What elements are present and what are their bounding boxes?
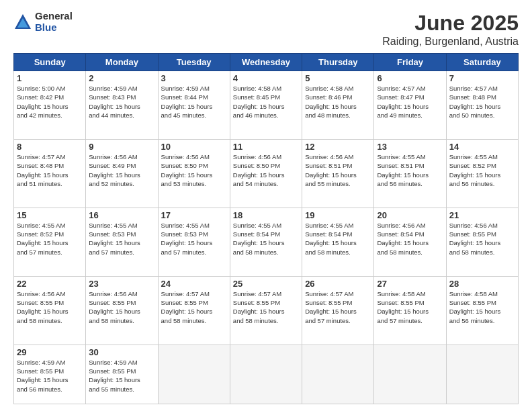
day-number: 16 — [89, 210, 154, 220]
table-row — [158, 345, 230, 404]
table-row: 13 Sunrise: 4:55 AM Sunset: 8:51 PM Dayl… — [374, 139, 446, 208]
table-row: 6 Sunrise: 4:57 AM Sunset: 8:47 PM Dayli… — [374, 71, 446, 140]
daylight-label: Daylight: 15 hours — [377, 239, 429, 246]
table-row: 4 Sunrise: 4:58 AM Sunset: 8:45 PM Dayli… — [230, 71, 302, 140]
table-row: 29 Sunrise: 4:59 AM Sunset: 8:55 PM Dayl… — [14, 345, 86, 404]
day-info: Sunrise: 4:56 AM Sunset: 8:51 PM Dayligh… — [305, 152, 371, 188]
daylight-minutes: and 57 minutes. — [161, 248, 207, 256]
day-number: 27 — [377, 279, 443, 289]
daylight-label: Daylight: 15 hours — [233, 239, 285, 246]
sunset-label: Sunset: 8:48 PM — [17, 162, 64, 169]
day-number: 19 — [305, 210, 371, 220]
sunset-label: Sunset: 8:55 PM — [17, 299, 64, 306]
day-info: Sunrise: 4:57 AM Sunset: 8:55 PM Dayligh… — [161, 289, 227, 325]
daylight-minutes: and 58 minutes. — [305, 248, 351, 256]
daylight-label: Daylight: 15 hours — [89, 308, 140, 315]
table-row: 7 Sunrise: 4:57 AM Sunset: 8:48 PM Dayli… — [446, 71, 518, 140]
sunrise-label: Sunrise: 4:57 AM — [305, 290, 353, 298]
sunrise-label: Sunrise: 4:55 AM — [305, 222, 353, 229]
calendar-week-4: 22 Sunrise: 4:56 AM Sunset: 8:55 PM Dayl… — [14, 276, 519, 345]
day-number: 3 — [161, 73, 227, 83]
daylight-minutes: and 45 minutes. — [161, 111, 207, 119]
sunset-label: Sunset: 8:52 PM — [17, 230, 64, 238]
daylight-minutes: and 56 minutes. — [377, 180, 423, 187]
daylight-label: Daylight: 15 hours — [233, 171, 285, 179]
daylight-minutes: and 55 minutes. — [305, 180, 351, 187]
table-row: 16 Sunrise: 4:55 AM Sunset: 8:53 PM Dayl… — [86, 208, 158, 276]
daylight-minutes: and 58 minutes. — [377, 248, 423, 256]
daylight-minutes: and 58 minutes. — [449, 248, 495, 256]
day-info: Sunrise: 4:58 AM Sunset: 8:45 PM Dayligh… — [233, 84, 299, 120]
daylight-minutes: and 57 minutes. — [89, 248, 134, 256]
sunrise-label: Sunrise: 5:00 AM — [17, 85, 65, 92]
logo-text: General Blue — [35, 11, 73, 33]
daylight-label: Daylight: 15 hours — [17, 376, 69, 383]
day-number: 18 — [233, 210, 299, 220]
sunset-label: Sunset: 8:55 PM — [17, 367, 64, 375]
sunset-label: Sunset: 8:45 PM — [233, 93, 280, 101]
day-number: 26 — [305, 279, 371, 289]
sunrise-label: Sunrise: 4:59 AM — [89, 85, 137, 92]
sunrise-label: Sunrise: 4:56 AM — [161, 153, 210, 161]
daylight-minutes: and 44 minutes. — [89, 111, 134, 119]
daylight-label: Daylight: 15 hours — [89, 376, 140, 383]
daylight-label: Daylight: 15 hours — [305, 171, 357, 179]
sunset-label: Sunset: 8:46 PM — [305, 93, 352, 101]
daylight-minutes: and 56 minutes. — [17, 385, 62, 393]
table-row: 28 Sunrise: 4:58 AM Sunset: 8:55 PM Dayl… — [446, 276, 518, 345]
day-info: Sunrise: 5:00 AM Sunset: 8:42 PM Dayligh… — [17, 84, 83, 120]
logo: General Blue — [13, 11, 73, 33]
daylight-label: Daylight: 15 hours — [377, 103, 429, 110]
day-number: 20 — [377, 210, 443, 220]
day-info: Sunrise: 4:56 AM Sunset: 8:49 PM Dayligh… — [89, 152, 154, 188]
table-row: 3 Sunrise: 4:59 AM Sunset: 8:44 PM Dayli… — [158, 71, 230, 140]
daylight-label: Daylight: 15 hours — [449, 171, 501, 179]
table-row: 15 Sunrise: 4:55 AM Sunset: 8:52 PM Dayl… — [14, 208, 86, 276]
daylight-minutes: and 42 minutes. — [17, 111, 62, 119]
sunset-label: Sunset: 8:47 PM — [377, 93, 424, 101]
table-row: 26 Sunrise: 4:57 AM Sunset: 8:55 PM Dayl… — [302, 276, 374, 345]
sunrise-label: Sunrise: 4:58 AM — [305, 85, 353, 92]
table-row — [446, 345, 518, 404]
day-info: Sunrise: 4:56 AM Sunset: 8:50 PM Dayligh… — [233, 152, 299, 188]
calendar-week-5: 29 Sunrise: 4:59 AM Sunset: 8:55 PM Dayl… — [14, 345, 519, 404]
daylight-label: Daylight: 15 hours — [89, 103, 140, 110]
sunset-label: Sunset: 8:55 PM — [377, 299, 424, 306]
sunrise-label: Sunrise: 4:59 AM — [89, 359, 137, 366]
sunrise-label: Sunrise: 4:56 AM — [449, 222, 498, 229]
day-number: 23 — [89, 279, 154, 289]
sunset-label: Sunset: 8:55 PM — [449, 230, 496, 238]
table-row: 30 Sunrise: 4:59 AM Sunset: 8:55 PM Dayl… — [86, 345, 158, 404]
day-info: Sunrise: 4:56 AM Sunset: 8:55 PM Dayligh… — [89, 289, 154, 325]
sunset-label: Sunset: 8:54 PM — [305, 230, 352, 238]
table-row: 19 Sunrise: 4:55 AM Sunset: 8:54 PM Dayl… — [302, 208, 374, 276]
calendar-week-2: 8 Sunrise: 4:57 AM Sunset: 8:48 PM Dayli… — [14, 139, 519, 208]
daylight-label: Daylight: 15 hours — [161, 239, 213, 246]
sunrise-label: Sunrise: 4:55 AM — [233, 222, 281, 229]
daylight-minutes: and 51 minutes. — [17, 180, 62, 187]
day-info: Sunrise: 4:59 AM Sunset: 8:44 PM Dayligh… — [161, 84, 227, 120]
month-title: June 2025 — [382, 11, 519, 36]
daylight-minutes: and 55 minutes. — [89, 385, 134, 393]
table-row: 12 Sunrise: 4:56 AM Sunset: 8:51 PM Dayl… — [302, 139, 374, 208]
calendar-header-row: Sunday Monday Tuesday Wednesday Thursday… — [14, 54, 519, 71]
day-info: Sunrise: 4:57 AM Sunset: 8:55 PM Dayligh… — [305, 289, 371, 325]
daylight-minutes: and 52 minutes. — [89, 180, 134, 187]
daylight-minutes: and 58 minutes. — [161, 317, 207, 324]
sunrise-label: Sunrise: 4:57 AM — [233, 290, 281, 298]
daylight-label: Daylight: 15 hours — [377, 171, 429, 179]
day-number: 17 — [161, 210, 227, 220]
sunrise-label: Sunrise: 4:56 AM — [17, 290, 65, 298]
location-title: Raiding, Burgenland, Austria — [382, 36, 519, 48]
table-row: 20 Sunrise: 4:56 AM Sunset: 8:54 PM Dayl… — [374, 208, 446, 276]
calendar-table: Sunday Monday Tuesday Wednesday Thursday… — [13, 53, 519, 404]
sunrise-label: Sunrise: 4:57 AM — [17, 153, 65, 161]
daylight-label: Daylight: 15 hours — [89, 239, 140, 246]
table-row: 5 Sunrise: 4:58 AM Sunset: 8:46 PM Dayli… — [302, 71, 374, 140]
sunset-label: Sunset: 8:44 PM — [161, 93, 208, 101]
table-row: 2 Sunrise: 4:59 AM Sunset: 8:43 PM Dayli… — [86, 71, 158, 140]
daylight-label: Daylight: 15 hours — [161, 171, 213, 179]
sunrise-label: Sunrise: 4:59 AM — [17, 359, 65, 366]
logo-blue-text: Blue — [35, 22, 73, 34]
daylight-label: Daylight: 15 hours — [449, 239, 501, 246]
